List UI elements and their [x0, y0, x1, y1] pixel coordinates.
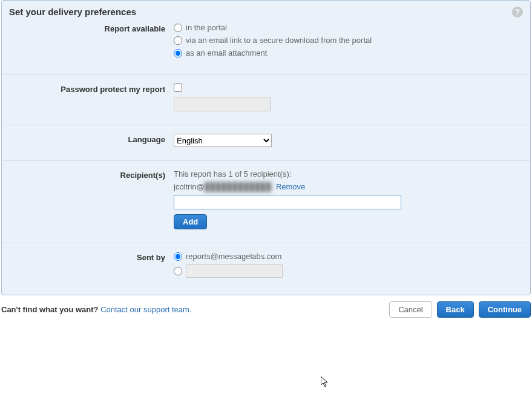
label-sent-by: Sent by [9, 252, 174, 281]
section-language: Language English [2, 125, 530, 160]
radio-email-link-input[interactable] [174, 36, 182, 45]
radio-default-sender-input[interactable] [174, 252, 182, 261]
section-report-available: Report available in the portal via an em… [2, 21, 530, 74]
recipient-email-prefix: jcoltrin@ [174, 182, 205, 191]
radio-default-sender[interactable]: reports@messagelabs.com [174, 252, 523, 261]
radio-in-portal-label: in the portal [186, 23, 227, 32]
radio-email-link[interactable]: via an email link to a secure download f… [174, 36, 523, 45]
section-recipients: Recipient(s) This report has 1 of 5 reci… [2, 160, 530, 243]
back-button[interactable]: Back [437, 301, 474, 318]
delivery-preferences-panel: Set your delivery preferences ? Report a… [1, 0, 531, 295]
radio-attachment-label: as an email attachment [186, 48, 267, 57]
contact-support-link[interactable]: Contact our support team. [100, 305, 191, 314]
language-select[interactable]: English [174, 134, 272, 147]
section-sent-by: Sent by reports@messagelabs.com [2, 243, 530, 295]
recipients-count-info: This report has 1 of 5 recipient(s): [174, 169, 523, 179]
checkbox-password-protect[interactable] [174, 84, 182, 92]
add-button[interactable]: Add [174, 214, 207, 229]
radio-custom-sender-input[interactable] [174, 267, 182, 275]
recipient-entry: jcoltrin@████████████ Remove [174, 182, 523, 191]
footer-question: Can't find what you want? [1, 305, 99, 314]
help-icon[interactable]: ? [512, 7, 523, 18]
radio-in-portal[interactable]: in the portal [174, 23, 523, 32]
recipient-input[interactable] [174, 195, 401, 209]
radio-attachment-input[interactable] [174, 49, 182, 57]
footer: Can't find what you want? Contact our su… [1, 301, 531, 318]
label-language: Language [9, 134, 174, 147]
section-password: Password protect my report [2, 74, 530, 125]
panel-title: Set your delivery preferences [9, 7, 136, 17]
label-report-available: Report available [9, 23, 174, 61]
password-input [174, 97, 271, 111]
footer-help-text: Can't find what you want? Contact our su… [1, 305, 389, 314]
remove-recipient-link[interactable]: Remove [276, 182, 305, 191]
custom-sender-input [186, 264, 283, 278]
cancel-button[interactable]: Cancel [389, 301, 432, 318]
radio-custom-sender[interactable] [174, 264, 523, 278]
label-password: Password protect my report [9, 84, 174, 111]
radio-default-sender-label: reports@messagelabs.com [186, 252, 281, 261]
radio-attachment[interactable]: as an email attachment [174, 48, 523, 57]
panel-header: Set your delivery preferences ? [2, 1, 530, 21]
radio-email-link-label: via an email link to a secure download f… [186, 36, 372, 45]
continue-button[interactable]: Continue [479, 301, 531, 318]
recipient-email-masked: ████████████ [205, 182, 272, 191]
label-recipients: Recipient(s) [9, 169, 174, 229]
radio-in-portal-input[interactable] [174, 24, 182, 32]
